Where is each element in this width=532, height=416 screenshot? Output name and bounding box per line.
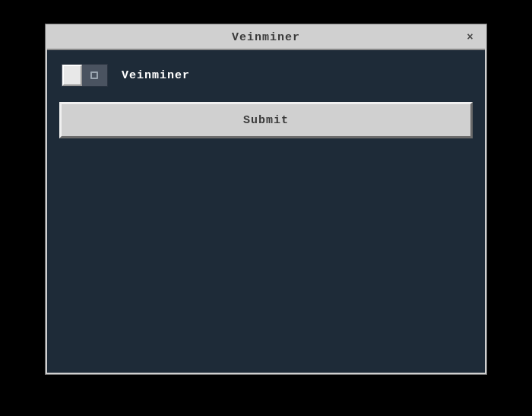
veinminer-toggle[interactable] [61,64,108,87]
toggle-off-icon [90,71,98,79]
submit-button-label: Submit [243,114,289,127]
titlebar: Veinminer × [47,26,485,50]
content-area: Veinminer Submit [47,50,485,373]
toggle-knob [62,65,82,86]
dialog-window: Veinminer × Veinminer Submit [46,24,486,374]
close-icon: × [467,31,473,43]
toggle-label: Veinminer [122,69,190,82]
toggle-row: Veinminer [59,64,473,87]
close-button[interactable]: × [464,30,477,44]
submit-button[interactable]: Submit [59,102,473,138]
empty-space [59,144,473,360]
dialog-title: Veinminer [47,31,485,44]
